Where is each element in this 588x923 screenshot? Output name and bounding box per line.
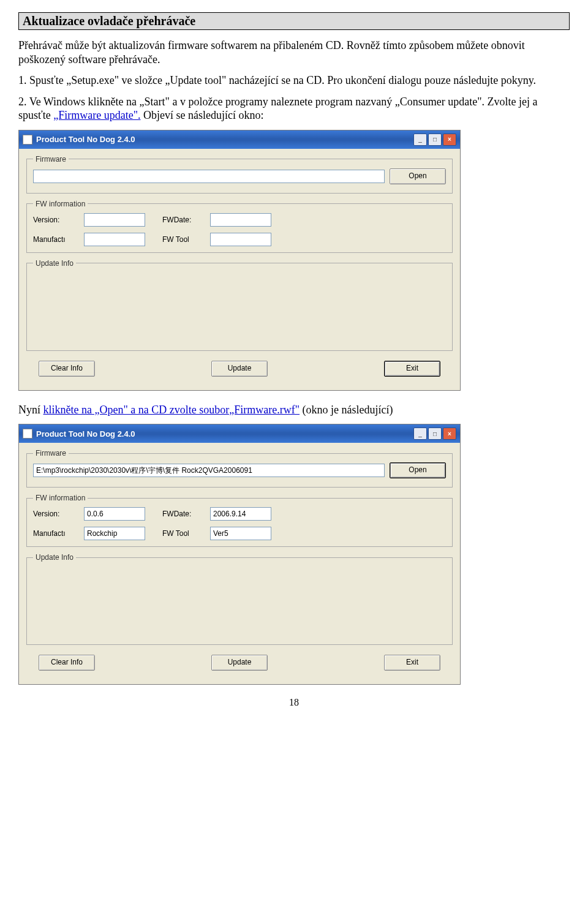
update-info-legend: Update Info [33,553,76,562]
window-title: Product Tool No Dog 2.4.0 [36,135,413,144]
clear-info-button[interactable]: Clear Info [39,361,95,377]
mid-instruction: Nyní klikněte na „Open" a na CD zvolte s… [18,403,570,417]
exit-button[interactable]: Exit [384,361,440,377]
version-value[interactable]: 0.0.6 [84,507,145,521]
firmware-path-input[interactable] [33,170,385,183]
fwtool-value[interactable] [210,233,271,246]
firmware-legend: Firmware [33,155,69,164]
mid-prefix: Nyní [18,404,43,416]
app-icon [23,135,32,145]
minimize-button[interactable]: _ [413,428,427,440]
window-controls: _ □ × [413,134,456,146]
window-controls: _ □ × [413,428,456,440]
open-button[interactable]: Open [390,462,446,478]
update-info-fieldset: Update Info [26,259,453,351]
mid-suffix: (okno je následující) [300,404,393,416]
fw-information-fieldset: FW information Version: FWDate: Manufact… [26,200,453,253]
update-button[interactable]: Update [211,655,268,671]
open-firmware-link[interactable]: klikněte na „Open" a na CD zvolte soubor… [43,404,300,416]
intro-paragraph: Přehrávač může být aktualizován firmware… [18,39,570,66]
firmware-legend: Firmware [33,449,69,458]
titlebar: Product Tool No Dog 2.4.0 _ □ × [19,424,460,443]
fwdate-value[interactable] [210,213,271,227]
clear-info-button[interactable]: Clear Info [39,655,95,671]
fwtool-value[interactable]: Ver5 [210,527,271,540]
version-label: Version: [33,510,79,518]
manufact-label: Manufactı [33,529,79,538]
maximize-button[interactable]: □ [428,428,442,440]
update-button[interactable]: Update [211,361,268,377]
manufact-value[interactable]: Rockchip [84,527,145,540]
fw-info-legend: FW information [33,494,88,502]
update-info-fieldset: Update Info [26,553,453,645]
fwtool-label: FW Tool [162,529,205,538]
manufact-value[interactable] [84,233,145,246]
firmware-path-input[interactable]: E:\mp3\rockchip\2030\2030v\程序\宇博\复件 Rock… [33,464,385,477]
product-tool-dialog-1: Product Tool No Dog 2.4.0 _ □ × Firmware… [18,130,461,391]
step-2: 2. Ve Windows klikněte na „Start" a v po… [18,95,570,122]
fwdate-label: FWDate: [162,510,205,518]
close-button[interactable]: × [443,428,456,440]
open-button[interactable]: Open [390,168,446,184]
product-tool-dialog-2: Product Tool No Dog 2.4.0 _ □ × Firmware… [18,424,461,685]
exit-button[interactable]: Exit [384,655,440,671]
maximize-button[interactable]: □ [428,134,442,146]
minimize-button[interactable]: _ [413,134,427,146]
step-1: 1. Spusťte „Setup.exe" ve složce „Update… [18,73,570,88]
app-icon [23,429,32,439]
fwdate-value[interactable]: 2006.9.14 [210,507,271,521]
version-label: Version: [33,216,79,224]
fwdate-label: FWDate: [162,216,205,224]
titlebar: Product Tool No Dog 2.4.0 _ □ × [19,130,460,149]
firmware-fieldset: Firmware Open [26,155,453,194]
fwtool-label: FW Tool [162,235,205,244]
update-info-legend: Update Info [33,259,76,268]
section-title: Aktualizace ovladače přehrávače [18,12,570,30]
firmware-update-link[interactable]: „Firmware update". [53,109,140,121]
fw-information-fieldset: FW information Version: 0.0.6 FWDate: 20… [26,494,453,547]
step2-suffix: Objeví se následující okno: [141,109,264,121]
firmware-fieldset: Firmware E:\mp3\rockchip\2030\2030v\程序\宇… [26,449,453,488]
window-title: Product Tool No Dog 2.4.0 [36,429,413,439]
page-number: 18 [18,697,570,708]
fw-info-legend: FW information [33,200,88,208]
manufact-label: Manufactı [33,235,79,244]
version-value[interactable] [84,213,145,227]
close-button[interactable]: × [443,134,456,146]
